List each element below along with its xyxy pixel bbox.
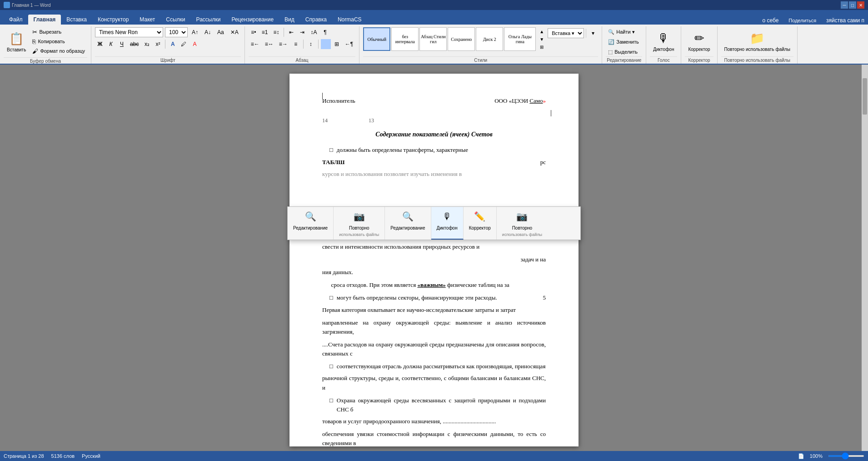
paste-label: Вставить <box>7 47 26 53</box>
zoom-slider[interactable] <box>828 455 864 457</box>
text-after-toolbar: свести и интенсивности использования при… <box>322 242 546 448</box>
increase-font-button[interactable]: A↑ <box>190 27 200 37</box>
styles-scroll-down[interactable]: ▼ <box>537 35 547 43</box>
ctx-dict-1[interactable]: 🎙 Диктофон <box>431 207 464 240</box>
format-painter-button[interactable]: 🖌 Формат по образцу <box>30 46 87 55</box>
share-button[interactable]: Поделиться <box>784 16 821 25</box>
tab-view[interactable]: Вид <box>279 15 300 25</box>
find-button[interactable]: 🔍 Найти ▾ <box>606 27 642 36</box>
tab-help[interactable]: Справка <box>300 15 332 25</box>
rtl-button[interactable]: ←¶ <box>343 39 355 49</box>
paragraph-label: Абзац <box>249 56 356 64</box>
style-no-space[interactable]: без интервала <box>391 27 419 51</box>
bold-button[interactable]: Ж <box>95 39 105 49</box>
line-spacing-button[interactable]: ↕ <box>306 39 316 49</box>
document-scroll[interactable]: Исполнитель ООО «ЦЭЭИ Само» 14 13 Содерж… <box>0 65 868 451</box>
subscript-button[interactable]: x₂ <box>142 39 152 49</box>
tab-review[interactable]: Рецензирование <box>226 15 279 25</box>
ctx-edit-2[interactable]: 🔍 Редактирование <box>385 207 431 240</box>
justify-button[interactable]: ≡ <box>291 39 301 49</box>
ctx-search-1[interactable]: 🔍 Редактирование <box>288 207 334 240</box>
align-left-button[interactable]: ≡← <box>249 39 262 49</box>
align-center-button[interactable]: ≡↔ <box>263 39 276 49</box>
increase-indent-button[interactable]: ⇥ <box>297 27 307 37</box>
cut-label: Вырезать <box>39 29 61 35</box>
style-h1[interactable]: Абзац Стили гил <box>419 27 447 51</box>
select-icon: ⬚ <box>608 49 613 55</box>
dictophone-button[interactable]: 🎙 Диктофон <box>650 27 677 56</box>
highlight-button[interactable]: 🖊 <box>179 39 189 49</box>
document-content[interactable]: □ должны быть определены трансферты, хар… <box>322 145 546 448</box>
ctx-reuse-2[interactable]: 📷 Повторно использовать файлы <box>497 207 548 240</box>
title-bar-filename: Главная 1 — Word <box>12 3 51 8</box>
style-h2[interactable]: Сохранено <box>448 27 475 51</box>
borders-button[interactable]: ⊞ <box>332 39 342 49</box>
numbering-button[interactable]: ≡1 <box>259 27 270 37</box>
ctx-search-1-label: Редактирование <box>293 225 328 232</box>
decrease-indent-button[interactable]: ⇤ <box>286 27 296 37</box>
ctx-corr-1[interactable]: ✏️ Корректор <box>464 207 497 240</box>
view-mode[interactable]: 📄 <box>798 453 804 459</box>
sort-button[interactable]: ↕A <box>308 27 319 37</box>
editing-label: Редактирование <box>606 56 642 64</box>
tab-normacs[interactable]: NormaCS <box>332 15 367 25</box>
scrollbar[interactable] <box>862 65 868 451</box>
paste-button[interactable]: 📋 Вставить <box>4 27 29 57</box>
align-right-button[interactable]: ≡→ <box>277 39 290 49</box>
styles-expand-btn[interactable]: ▾ <box>588 28 598 38</box>
tab-home[interactable]: Главная <box>28 15 61 25</box>
scroll-thumb[interactable] <box>863 78 867 115</box>
style-user[interactable]: Ольга Лады гина <box>504 27 536 51</box>
tab-references[interactable]: Ссылки <box>160 15 190 25</box>
minimize-button[interactable]: ─ <box>841 1 848 9</box>
cut-button[interactable]: ✂ Вырезать <box>30 27 87 36</box>
insert-select[interactable]: Вставка ▾ <box>548 28 584 38</box>
multilevel-button[interactable]: ≡↕ <box>271 27 281 37</box>
show-formatting-button[interactable]: ¶ <box>320 27 330 37</box>
superscript-button[interactable]: x² <box>153 39 163 49</box>
format-painter-label: Формат по образцу <box>40 48 85 54</box>
tab-file[interactable]: Файл <box>4 15 28 25</box>
maximize-button[interactable]: □ <box>849 1 856 9</box>
change-case-button[interactable]: Aa <box>215 27 226 37</box>
reuse-button[interactable]: 📁 Повторно использовать файлы <box>721 27 793 56</box>
shading-button[interactable] <box>321 39 331 49</box>
bullets-button[interactable]: ≡• <box>249 27 259 37</box>
style-saved[interactable]: Диск 2 <box>476 27 503 51</box>
styles-scroll-up[interactable]: ▲ <box>537 28 547 35</box>
text-goods: товаров и услуг природоохранного назначе… <box>322 417 546 426</box>
corrector-button[interactable]: ✏ Корректор <box>685 27 713 56</box>
styles-expand[interactable]: ⊞ <box>537 43 547 50</box>
font-family-select[interactable]: Times New Ron <box>95 27 163 37</box>
document-page[interactable]: Исполнитель ООО «ЦЭЭИ Само» 14 13 Содерж… <box>289 74 579 446</box>
copy-button[interactable]: ⎘ Копировать <box>30 37 87 46</box>
strikethrough-button[interactable]: abc <box>128 39 141 49</box>
tab-layout[interactable]: Макет <box>134 15 160 25</box>
select-button[interactable]: ⬚ Выделить <box>606 47 642 56</box>
tab-mailings[interactable]: Рассылки <box>191 15 226 25</box>
decrease-font-button[interactable]: A↓ <box>202 27 213 37</box>
text-effects-button[interactable]: A <box>168 39 178 49</box>
bullet-sym-1: □ <box>329 145 333 155</box>
ctx-dict-1-label: Диктофон <box>437 225 458 232</box>
font-size-select[interactable]: 100 % <box>165 27 188 37</box>
document-area-wrapper: Исполнитель ООО «ЦЭЭИ Само» 14 13 Содерж… <box>0 65 868 451</box>
underline-button[interactable]: Ч <box>117 39 127 49</box>
ribbon-styles: Обычный без интервала Абзац Стили гил Со… <box>359 26 602 64</box>
font-color-button[interactable]: A <box>190 39 200 49</box>
style-normal[interactable]: Обычный <box>363 27 390 51</box>
status-bar: Страница 1 из 28 5136 слов Русский 📄 100… <box>0 451 868 461</box>
tab-insert[interactable]: Вставка <box>61 15 92 25</box>
replace-button[interactable]: 🔄 Заменить <box>606 37 642 46</box>
ctx-corr-1-icon: ✏️ <box>474 210 485 224</box>
select-label: Выделить <box>614 49 638 55</box>
app-icon <box>4 2 10 8</box>
page-ref: 5 <box>543 293 546 302</box>
close-button[interactable]: ✕ <box>857 1 864 9</box>
title-bar: Главная 1 — Word ─ □ ✕ <box>0 0 868 10</box>
ctx-reuse-1[interactable]: 📷 Повторно использовать файлы <box>334 207 385 240</box>
executor-label: Исполнитель <box>322 97 355 104</box>
tab-design[interactable]: Конструктор <box>92 15 134 25</box>
italic-button[interactable]: К <box>106 39 116 49</box>
clear-format-button[interactable]: ✕A <box>228 27 241 37</box>
